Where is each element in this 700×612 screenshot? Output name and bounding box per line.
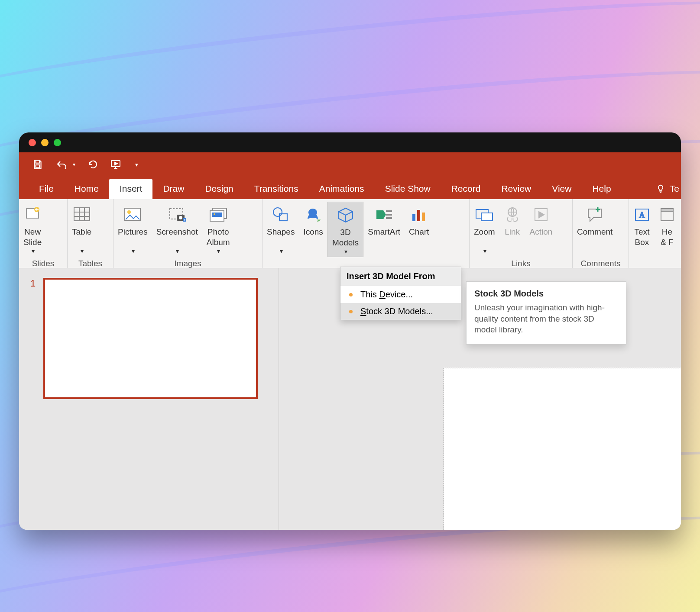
svg-rect-23 [422,213,425,221]
ribbon: New Slide▾ Slides Table▾ Tables Pictures… [19,199,681,268]
svg-point-16 [273,208,282,216]
slide-thumbnails-pane[interactable]: 1 [19,268,279,530]
minimize-dot[interactable] [41,139,49,146]
svg-rect-20 [386,217,392,219]
save-icon[interactable] [32,159,43,170]
smartart-button[interactable]: SmartArt [363,202,405,257]
svg-text:A: A [639,211,645,219]
text-box-button[interactable]: A Text Box [629,202,655,257]
table-icon [73,204,91,225]
redo-icon[interactable] [88,160,98,169]
svg-rect-1 [36,165,40,168]
dropdown-header: Insert 3D Model From [340,267,461,286]
lightbulb-icon [656,184,665,193]
3d-models-button[interactable]: 3D Models▾ [327,202,363,257]
chart-icon [411,204,427,225]
title-bar[interactable] [19,132,681,152]
link-icon [504,204,521,225]
tooltip-stock-3d-models: Stock 3D Models Unleash your imagination… [466,281,626,345]
chevron-down-icon: ▾ [81,248,84,255]
chevron-down-icon: ▾ [344,248,347,256]
icons-button[interactable]: Icons [299,202,327,257]
tab-insert[interactable]: Insert [109,179,153,199]
comment-button[interactable]: Comment [573,202,617,257]
undo-more-icon[interactable]: ▾ [73,161,75,167]
menu-item-stock-3d-models[interactable]: Stock 3D Models...Stock 3D Models... [340,303,461,320]
new-slide-button[interactable]: New Slide▾ [19,202,46,257]
svg-rect-18 [386,210,392,212]
svg-rect-5 [74,208,90,221]
shapes-button[interactable]: Shapes▾ [262,202,299,257]
tooltip-body: Unleash your imagination with high-quali… [474,302,618,335]
action-button[interactable]: Action [525,202,557,257]
chart-button[interactable]: Chart [405,202,433,257]
bullet-icon [349,293,353,296]
chevron-down-icon: ▾ [280,248,283,255]
text-box-icon: A [633,204,651,225]
shapes-icon [272,204,290,225]
new-slide-icon [24,204,41,225]
tab-draw[interactable]: Draw [152,179,194,199]
svg-rect-32 [661,209,673,211]
tab-home[interactable]: Home [64,179,109,199]
tab-record[interactable]: Record [441,179,491,199]
pictures-button[interactable]: Pictures▾ [113,202,152,257]
chevron-down-icon: ▾ [132,248,135,255]
tab-help[interactable]: Help [582,179,621,199]
tab-tellme[interactable]: Te [645,179,681,199]
quick-access-toolbar: ▾ ▾ [19,152,681,177]
tab-design[interactable]: Design [194,179,243,199]
svg-rect-19 [386,214,392,216]
slide-placeholder[interactable] [444,368,681,530]
chevron-down-icon: ▾ [217,248,220,255]
chevron-down-icon: ▾ [483,248,486,255]
smartart-icon [375,204,394,225]
3d-models-dropdown: Insert 3D Model From This Device...This … [340,267,461,320]
menu-item-this-device[interactable]: This Device...This Device... [340,286,461,303]
icons-icon [304,204,322,225]
tab-review[interactable]: Review [491,179,541,199]
table-button[interactable]: Table▾ [68,202,96,257]
start-slideshow-icon[interactable] [110,159,123,170]
ribbon-tabs: File Home Insert Draw Design Transitions… [19,177,681,199]
link-button[interactable]: Link [499,202,525,257]
chevron-down-icon: ▾ [32,248,35,255]
svg-rect-0 [36,160,40,163]
undo-icon[interactable] [55,160,68,169]
app-window: ▾ ▾ File Home Insert Draw Design Transit… [19,132,681,530]
tab-slideshow[interactable]: Slide Show [375,179,441,199]
tab-animations[interactable]: Animations [309,179,375,199]
header-footer-button[interactable]: He & F [655,202,679,257]
bullet-icon [349,310,353,313]
screenshot-button[interactable]: Screenshot▾ [152,202,202,257]
zoom-dot[interactable] [54,139,61,146]
screenshot-icon [167,204,187,225]
svg-point-15 [214,213,215,215]
photo-album-button[interactable]: Photo Album▾ [202,202,234,257]
zoom-button[interactable]: Zoom▾ [470,202,499,257]
tab-file[interactable]: File [29,179,64,199]
tooltip-title: Stock 3D Models [474,289,618,299]
qat-more-icon[interactable]: ▾ [135,161,138,168]
svg-rect-25 [481,213,493,221]
action-icon [533,204,549,225]
cube-icon [337,205,354,225]
svg-rect-14 [212,213,222,217]
svg-point-7 [127,210,131,214]
svg-point-10 [179,216,182,219]
photo-album-icon [208,204,228,225]
chevron-down-icon: ▾ [176,248,179,255]
slide-thumbnail-1[interactable] [43,278,258,399]
header-footer-icon [659,204,675,225]
thumb-number: 1 [30,278,43,520]
pictures-icon [123,204,142,225]
tab-transitions[interactable]: Transitions [244,179,309,199]
zoom-icon [474,204,494,225]
svg-rect-22 [417,210,420,221]
svg-rect-21 [412,214,415,221]
tab-view[interactable]: View [541,179,582,199]
comment-icon [586,204,604,225]
close-dot[interactable] [29,139,36,146]
